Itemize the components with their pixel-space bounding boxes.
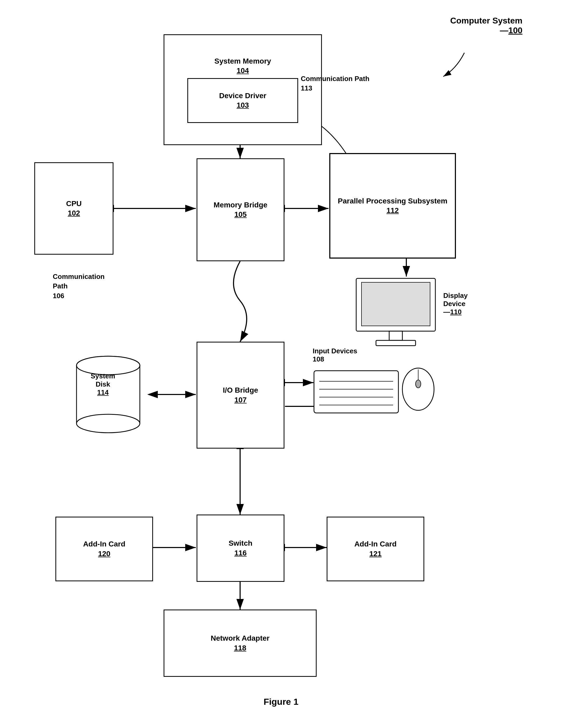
switch-box: Switch 116 — [197, 515, 284, 582]
diagram-container: Computer System —100 System Memory 104 D… — [0, 0, 562, 728]
comm-path-106-label: Communication Path 106 — [53, 272, 104, 301]
svg-rect-15 — [361, 282, 430, 326]
display-device-svg — [351, 276, 441, 350]
figure-label: Figure 1 — [0, 697, 562, 707]
svg-rect-24 — [314, 371, 398, 413]
network-adapter-label: Network Adapter 118 — [211, 634, 269, 653]
add-in-card-120-box: Add-In Card 120 — [55, 517, 153, 581]
comm-path-113-label: Communication Path 113 — [301, 74, 369, 93]
input-devices-svg — [313, 363, 445, 421]
add-in-card-121-box: Add-In Card 121 — [327, 517, 424, 581]
cpu-label: CPU 102 — [66, 199, 82, 218]
add-in-card-120-label: Add-In Card 120 — [83, 539, 125, 559]
io-bridge-label: I/O Bridge 107 — [223, 386, 258, 405]
memory-bridge-label: Memory Bridge 105 — [214, 200, 268, 220]
device-driver-label: Device Driver 103 — [219, 91, 266, 110]
cpu-box: CPU 102 — [34, 162, 113, 255]
parallel-processing-box: Parallel Processing Subsystem 112 — [329, 153, 456, 259]
io-bridge-box: I/O Bridge 107 — [197, 342, 284, 449]
memory-bridge-box: Memory Bridge 105 — [197, 158, 284, 261]
svg-rect-17 — [376, 340, 416, 346]
parallel-processing-label: Parallel Processing Subsystem 112 — [338, 196, 447, 216]
device-driver-box: Device Driver 103 — [187, 78, 298, 123]
display-device-wrap: Display Device —110 — [351, 276, 441, 355]
svg-point-22 — [77, 414, 140, 433]
computer-system-label: Computer System —100 — [450, 16, 522, 35]
system-disk-cylinder: System Disk 114 — [66, 351, 150, 438]
system-memory-box: System Memory 104 Device Driver 103 — [164, 34, 322, 145]
network-adapter-box: Network Adapter 118 — [164, 610, 317, 677]
svg-point-31 — [416, 380, 421, 388]
input-devices-wrap: Input Devices 108 — [313, 363, 458, 429]
add-in-card-121-label: Add-In Card 121 — [354, 539, 397, 559]
system-memory-label: System Memory 104 — [215, 56, 271, 76]
switch-label: Switch 116 — [228, 539, 252, 558]
svg-rect-16 — [389, 331, 402, 340]
